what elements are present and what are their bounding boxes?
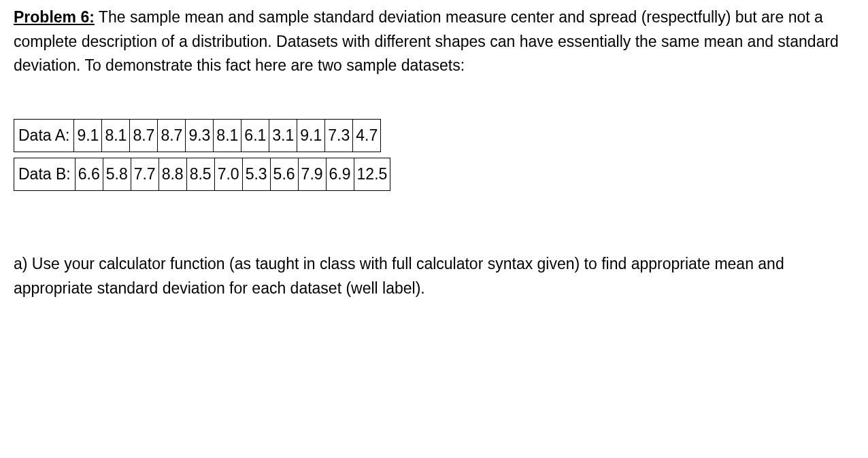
data-b-cell: 7.7 [131,158,158,190]
data-b-cell: 7.0 [214,158,242,190]
data-table-a: Data A: 9.1 8.1 8.7 8.7 9.3 8.1 6.1 3.1 … [14,119,381,152]
problem-label: Problem 6: [14,8,95,26]
data-a-cell: 9.1 [297,119,325,152]
data-a-cell: 9.3 [186,119,214,152]
data-a-cell: 4.7 [353,119,381,152]
data-a-cell: 8.1 [214,119,241,152]
data-b-label: Data B: [14,158,76,190]
data-b-cell: 8.5 [186,158,214,190]
data-a-cell: 6.1 [241,119,269,152]
question-a: a) Use your calculator function (as taug… [14,252,854,300]
data-a-cell: 9.1 [74,119,102,152]
problem-intro-text: The sample mean and sample standard devi… [14,8,839,74]
data-a-cell: 7.3 [325,119,353,152]
data-b-cell: 6.9 [326,158,354,190]
table-row: Data B: 6.6 5.8 7.7 8.8 8.5 7.0 5.3 5.6 … [14,158,390,190]
data-b-cell: 5.8 [103,158,131,190]
data-tables-container: Data A: 9.1 8.1 8.7 8.7 9.3 8.1 6.1 3.1 … [14,119,854,191]
data-b-cell: 5.6 [270,158,298,190]
data-b-cell: 5.3 [242,158,270,190]
data-a-cell: 8.7 [158,119,186,152]
table-row: Data A: 9.1 8.1 8.7 8.7 9.3 8.1 6.1 3.1 … [14,119,381,152]
problem-intro: Problem 6: The sample mean and sample st… [14,5,854,78]
data-a-label: Data A: [14,119,74,152]
data-b-cell: 6.6 [75,158,103,190]
data-a-cell: 3.1 [269,119,297,152]
data-table-b: Data B: 6.6 5.8 7.7 8.8 8.5 7.0 5.3 5.6 … [14,158,390,191]
data-b-cell: 12.5 [354,158,390,190]
data-a-cell: 8.7 [130,119,158,152]
data-b-cell: 7.9 [298,158,326,190]
data-b-cell: 8.8 [158,158,186,190]
data-a-cell: 8.1 [102,119,130,152]
